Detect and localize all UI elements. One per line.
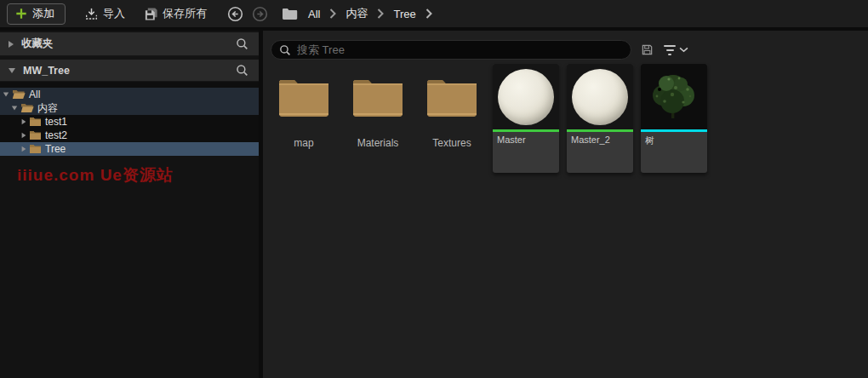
- save-all-button-label: 保存所有: [163, 6, 207, 21]
- breadcrumb-item-content[interactable]: 内容: [342, 6, 371, 21]
- triangle-right-icon[interactable]: [22, 146, 26, 152]
- filter-button[interactable]: [664, 45, 688, 55]
- triangle-right-icon[interactable]: [22, 119, 26, 124]
- tree-item-label: Tree: [45, 143, 66, 155]
- save-search-icon[interactable]: [641, 43, 654, 56]
- chevron-right-icon: [329, 9, 336, 19]
- tree-item-test2[interactable]: test2: [0, 129, 259, 142]
- folder-icon: [271, 64, 337, 130]
- folder-name: Materials: [345, 137, 411, 149]
- folder-tree: All 内容 test1: [0, 82, 259, 156]
- open-folder-icon: [12, 89, 26, 100]
- folder-item-textures[interactable]: Textures: [419, 64, 485, 149]
- material-sphere: [498, 69, 554, 125]
- forward-button[interactable]: [252, 6, 268, 22]
- tree-item-all[interactable]: All: [0, 88, 259, 101]
- back-button[interactable]: [227, 6, 243, 22]
- import-icon: [84, 7, 99, 21]
- breadcrumb-item-all[interactable]: All: [305, 8, 323, 20]
- tree-item-label: All: [29, 89, 40, 100]
- triangle-right-icon[interactable]: [9, 41, 14, 48]
- add-button[interactable]: 添加: [7, 3, 66, 25]
- asset-tile-master-2[interactable]: Master_2: [567, 64, 633, 173]
- favorites-header-label: 收藏夹: [21, 37, 236, 51]
- search-bar[interactable]: [271, 40, 631, 60]
- favorites-header[interactable]: 收藏夹: [0, 32, 259, 56]
- folder-icon: [419, 64, 485, 130]
- watermark-text: iiiue.com Ue资源站: [17, 164, 174, 186]
- tree-item-label: test1: [45, 116, 67, 128]
- material-sphere: [572, 69, 628, 125]
- closed-folder-icon: [29, 144, 42, 154]
- asset-tile-tree[interactable]: 树: [641, 64, 707, 173]
- filter-lines-icon: [664, 45, 676, 55]
- tree-item-test1[interactable]: test1: [0, 115, 259, 129]
- breadcrumb: All 内容 Tree: [305, 6, 438, 21]
- tree-item-label: 内容: [37, 101, 58, 116]
- asset-name: Master: [493, 132, 559, 173]
- tree-item-tree[interactable]: Tree: [0, 142, 259, 156]
- closed-folder-icon: [29, 117, 42, 127]
- open-folder-icon: [20, 103, 34, 113]
- magnifier-icon: [279, 44, 291, 56]
- import-button[interactable]: 导入: [84, 6, 125, 21]
- triangle-down-icon[interactable]: [12, 106, 17, 111]
- material-sphere-thumbnail: [493, 64, 559, 129]
- breadcrumb-folder-icon: [282, 8, 298, 20]
- content-browser-panel: map Materials: [263, 31, 868, 378]
- tree-item-label: test2: [45, 129, 67, 141]
- sources-panel: 收藏夹 MW_Tree All: [0, 31, 259, 378]
- folder-icon: [345, 64, 411, 130]
- asset-name: 树: [641, 132, 707, 173]
- breadcrumb-item-tree[interactable]: Tree: [390, 8, 419, 20]
- closed-folder-icon: [29, 130, 42, 140]
- folder-item-materials[interactable]: Materials: [345, 64, 411, 149]
- add-button-label: 添加: [32, 6, 54, 21]
- save-all-icon: [144, 7, 158, 21]
- tree-mesh-thumbnail: [641, 64, 707, 129]
- search-input[interactable]: [297, 43, 623, 56]
- save-all-button[interactable]: 保存所有: [144, 6, 207, 21]
- search-icon[interactable]: [236, 64, 248, 77]
- asset-grid: map Materials: [263, 61, 868, 173]
- chevron-right-icon[interactable]: [425, 9, 432, 19]
- asset-name: Master_2: [567, 132, 633, 173]
- import-button-label: 导入: [103, 6, 125, 21]
- tree-item-content[interactable]: 内容: [0, 101, 259, 115]
- search-icon[interactable]: [236, 37, 248, 50]
- folder-item-map[interactable]: map: [271, 64, 337, 149]
- plus-icon: [15, 8, 27, 20]
- asset-tile-master[interactable]: Master: [493, 64, 559, 173]
- triangle-right-icon[interactable]: [22, 133, 26, 138]
- search-row: [263, 31, 868, 61]
- folder-name: map: [271, 137, 337, 149]
- folder-name: Textures: [419, 137, 485, 149]
- triangle-down-icon[interactable]: [9, 68, 15, 73]
- collection-header[interactable]: MW_Tree: [0, 60, 259, 82]
- tree-art: [641, 64, 707, 130]
- collection-header-label: MW_Tree: [23, 65, 236, 77]
- chevron-right-icon: [377, 9, 384, 19]
- history-nav: [227, 6, 268, 22]
- top-toolbar: 添加 导入 保存所有: [0, 0, 868, 29]
- material-sphere-thumbnail: [567, 64, 633, 129]
- chevron-down-icon: [679, 47, 688, 53]
- triangle-down-icon[interactable]: [3, 93, 9, 97]
